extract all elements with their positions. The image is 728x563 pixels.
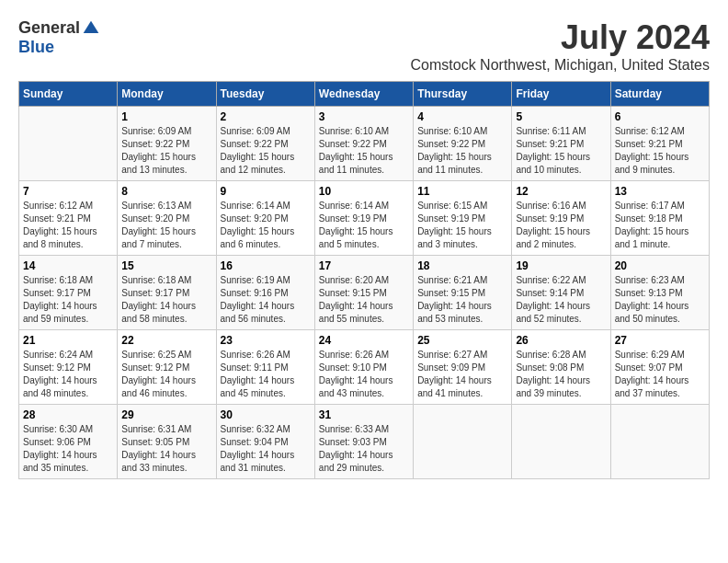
day-number: 7 (23, 185, 113, 198)
main-title: July 2024 (411, 18, 710, 57)
day-info: Sunrise: 6:32 AMSunset: 9:04 PMDaylight:… (221, 423, 311, 475)
day-info: Sunrise: 6:11 AMSunset: 9:21 PMDaylight:… (516, 125, 606, 177)
day-number: 26 (516, 334, 606, 347)
calendar-cell: 6Sunrise: 6:12 AMSunset: 9:21 PMDaylight… (610, 107, 709, 181)
calendar-cell: 20Sunrise: 6:23 AMSunset: 9:13 PMDayligh… (610, 256, 709, 330)
day-number: 11 (417, 185, 507, 198)
day-info: Sunrise: 6:19 AMSunset: 9:16 PMDaylight:… (221, 274, 311, 326)
day-info: Sunrise: 6:30 AMSunset: 9:06 PMDaylight:… (23, 423, 113, 475)
calendar-cell: 28Sunrise: 6:30 AMSunset: 9:06 PMDayligh… (19, 405, 118, 479)
day-number: 25 (417, 334, 507, 347)
calendar-cell (512, 405, 610, 479)
calendar-cell: 9Sunrise: 6:14 AMSunset: 9:20 PMDaylight… (216, 181, 314, 256)
day-number: 8 (121, 185, 211, 198)
day-info: Sunrise: 6:09 AMSunset: 9:22 PMDaylight:… (221, 125, 311, 177)
header-saturday: Saturday (610, 82, 709, 107)
calendar-cell (610, 405, 709, 479)
day-number: 18 (417, 259, 507, 272)
calendar-cell: 5Sunrise: 6:11 AMSunset: 9:21 PMDaylight… (512, 107, 610, 181)
calendar-cell: 10Sunrise: 6:14 AMSunset: 9:19 PMDayligh… (314, 181, 413, 256)
calendar-cell: 17Sunrise: 6:20 AMSunset: 9:15 PMDayligh… (314, 256, 413, 330)
logo-text: General (18, 18, 100, 38)
day-info: Sunrise: 6:31 AMSunset: 9:05 PMDaylight:… (121, 423, 211, 475)
day-number: 20 (615, 259, 705, 272)
calendar-cell: 8Sunrise: 6:13 AMSunset: 9:20 PMDaylight… (118, 181, 216, 256)
day-info: Sunrise: 6:10 AMSunset: 9:22 PMDaylight:… (417, 125, 507, 177)
day-number: 21 (23, 334, 113, 347)
calendar-week-3: 14Sunrise: 6:18 AMSunset: 9:17 PMDayligh… (19, 256, 710, 330)
calendar-cell: 3Sunrise: 6:10 AMSunset: 9:22 PMDaylight… (314, 107, 413, 181)
logo: General Blue (18, 18, 100, 57)
day-number: 23 (221, 334, 311, 347)
day-info: Sunrise: 6:25 AMSunset: 9:12 PMDaylight:… (121, 349, 211, 400)
day-info: Sunrise: 6:28 AMSunset: 9:08 PMDaylight:… (516, 349, 606, 400)
calendar-cell: 4Sunrise: 6:10 AMSunset: 9:22 PMDaylight… (414, 107, 512, 181)
calendar-cell: 18Sunrise: 6:21 AMSunset: 9:15 PMDayligh… (414, 256, 512, 330)
day-info: Sunrise: 6:12 AMSunset: 9:21 PMDaylight:… (23, 200, 113, 251)
day-info: Sunrise: 6:21 AMSunset: 9:15 PMDaylight:… (417, 274, 507, 326)
calendar-cell: 16Sunrise: 6:19 AMSunset: 9:16 PMDayligh… (216, 256, 314, 330)
header-wednesday: Wednesday (314, 82, 413, 107)
logo-blue-text: Blue (18, 38, 54, 57)
day-info: Sunrise: 6:16 AMSunset: 9:19 PMDaylight:… (516, 200, 606, 251)
calendar-cell (19, 107, 118, 181)
day-info: Sunrise: 6:09 AMSunset: 9:22 PMDaylight:… (121, 125, 211, 177)
day-number: 14 (23, 259, 113, 272)
day-number: 27 (615, 334, 705, 347)
calendar-cell: 24Sunrise: 6:26 AMSunset: 9:10 PMDayligh… (314, 330, 413, 405)
title-section: July 2024 Comstock Northwest, Michigan, … (411, 18, 710, 74)
calendar-cell: 11Sunrise: 6:15 AMSunset: 9:19 PMDayligh… (414, 181, 512, 256)
header-friday: Friday (512, 82, 610, 107)
day-info: Sunrise: 6:22 AMSunset: 9:14 PMDaylight:… (516, 274, 606, 326)
day-info: Sunrise: 6:18 AMSunset: 9:17 PMDaylight:… (121, 274, 211, 326)
day-number: 29 (121, 408, 211, 421)
day-info: Sunrise: 6:10 AMSunset: 9:22 PMDaylight:… (319, 125, 409, 177)
calendar-cell: 2Sunrise: 6:09 AMSunset: 9:22 PMDaylight… (216, 107, 314, 181)
day-number: 1 (121, 110, 211, 123)
logo-general: General (18, 18, 80, 38)
calendar-cell: 25Sunrise: 6:27 AMSunset: 9:09 PMDayligh… (414, 330, 512, 405)
calendar-cell: 26Sunrise: 6:28 AMSunset: 9:08 PMDayligh… (512, 330, 610, 405)
day-number: 30 (221, 408, 311, 421)
calendar-cell: 19Sunrise: 6:22 AMSunset: 9:14 PMDayligh… (512, 256, 610, 330)
day-number: 5 (516, 110, 606, 123)
day-number: 6 (615, 110, 705, 123)
day-number: 2 (221, 110, 311, 123)
day-number: 15 (121, 259, 211, 272)
day-info: Sunrise: 6:12 AMSunset: 9:21 PMDaylight:… (615, 125, 705, 177)
day-number: 9 (221, 185, 311, 198)
calendar-table: SundayMondayTuesdayWednesdayThursdayFrid… (18, 81, 710, 479)
calendar-cell (414, 405, 512, 479)
day-number: 10 (319, 185, 409, 198)
calendar-cell: 7Sunrise: 6:12 AMSunset: 9:21 PMDaylight… (19, 181, 118, 256)
day-info: Sunrise: 6:26 AMSunset: 9:11 PMDaylight:… (221, 349, 311, 400)
calendar-week-2: 7Sunrise: 6:12 AMSunset: 9:21 PMDaylight… (19, 181, 710, 256)
calendar-cell: 23Sunrise: 6:26 AMSunset: 9:11 PMDayligh… (216, 330, 314, 405)
header-monday: Monday (118, 82, 216, 107)
header-sunday: Sunday (19, 82, 118, 107)
calendar-cell: 1Sunrise: 6:09 AMSunset: 9:22 PMDaylight… (118, 107, 216, 181)
day-number: 22 (121, 334, 211, 347)
day-number: 13 (615, 185, 705, 198)
calendar-cell: 29Sunrise: 6:31 AMSunset: 9:05 PMDayligh… (118, 405, 216, 479)
day-number: 16 (221, 259, 311, 272)
calendar-cell: 30Sunrise: 6:32 AMSunset: 9:04 PMDayligh… (216, 405, 314, 479)
subtitle: Comstock Northwest, Michigan, United Sta… (411, 57, 710, 74)
day-info: Sunrise: 6:15 AMSunset: 9:19 PMDaylight:… (417, 200, 507, 251)
logo-icon (82, 19, 100, 38)
calendar-cell: 12Sunrise: 6:16 AMSunset: 9:19 PMDayligh… (512, 181, 610, 256)
day-info: Sunrise: 6:27 AMSunset: 9:09 PMDaylight:… (417, 349, 507, 400)
header-thursday: Thursday (414, 82, 512, 107)
day-info: Sunrise: 6:18 AMSunset: 9:17 PMDaylight:… (23, 274, 113, 326)
day-number: 31 (319, 408, 409, 421)
calendar-week-4: 21Sunrise: 6:24 AMSunset: 9:12 PMDayligh… (19, 330, 710, 405)
day-info: Sunrise: 6:13 AMSunset: 9:20 PMDaylight:… (121, 200, 211, 251)
calendar-cell: 14Sunrise: 6:18 AMSunset: 9:17 PMDayligh… (19, 256, 118, 330)
calendar-cell: 31Sunrise: 6:33 AMSunset: 9:03 PMDayligh… (314, 405, 413, 479)
day-number: 24 (319, 334, 409, 347)
calendar-week-1: 1Sunrise: 6:09 AMSunset: 9:22 PMDaylight… (19, 107, 710, 181)
calendar-cell: 13Sunrise: 6:17 AMSunset: 9:18 PMDayligh… (610, 181, 709, 256)
header-tuesday: Tuesday (216, 82, 314, 107)
day-number: 17 (319, 259, 409, 272)
day-info: Sunrise: 6:29 AMSunset: 9:07 PMDaylight:… (615, 349, 705, 400)
